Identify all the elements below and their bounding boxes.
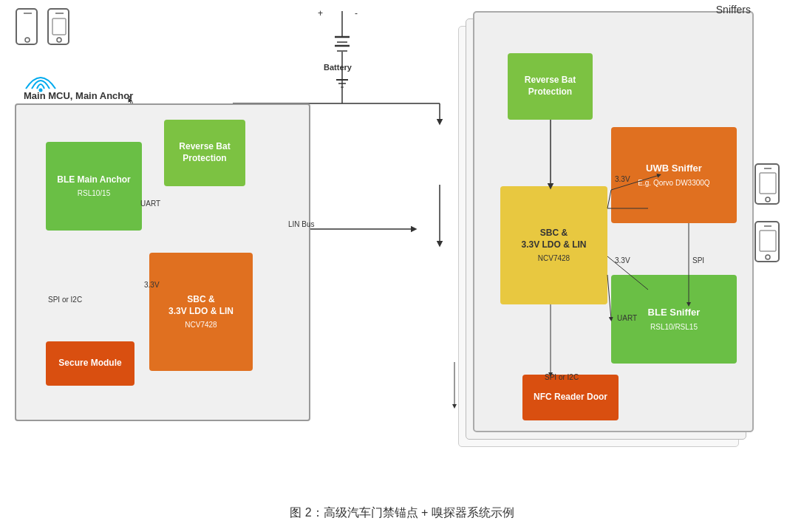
phone-left-group bbox=[15, 7, 72, 46]
svg-rect-39 bbox=[52, 18, 66, 35]
phone-right-1 bbox=[754, 163, 782, 205]
svg-text:+: + bbox=[318, 8, 323, 18]
v33-right-top: 3.3V bbox=[615, 175, 630, 183]
phone-icon-1 bbox=[15, 7, 41, 46]
uart-left-label: UART bbox=[140, 200, 160, 208]
svg-line-43 bbox=[611, 175, 659, 190]
sniffers-label: Sniffers bbox=[716, 4, 751, 16]
diagram-container: + - Battery bbox=[0, 0, 804, 502]
svg-line-31 bbox=[517, 310, 562, 325]
main-mcu-box: Main MCU, Main Anchor BLE Main Anchor RS… bbox=[15, 103, 310, 421]
diagram-caption: 图 2：高级汽车门禁锚点 + 嗅探器系统示例 bbox=[0, 502, 804, 524]
spi-i2c-left-label: SPI or I2C bbox=[48, 296, 82, 304]
nfc-reader-block: NFC Reader Door bbox=[522, 375, 619, 420]
sniffer-panel-back2 bbox=[458, 26, 739, 447]
svg-point-56 bbox=[766, 255, 770, 259]
phone-right-group bbox=[754, 163, 782, 263]
lin-bus-label: LIN Bus bbox=[288, 220, 315, 228]
main-mcu-label: Main MCU, Main Anchor bbox=[24, 90, 133, 101]
uart-right-label: UART bbox=[617, 314, 637, 322]
svg-line-49 bbox=[607, 256, 648, 290]
rev-bat-left-block: Reverse Bat Protection bbox=[164, 120, 245, 186]
svg-rect-33 bbox=[16, 9, 37, 44]
svg-line-42 bbox=[607, 190, 611, 208]
v33-right-mid: 3.3V bbox=[615, 256, 630, 265]
svg-marker-19 bbox=[432, 133, 447, 148]
svg-text:-: - bbox=[355, 8, 358, 18]
phone-icon-2 bbox=[47, 7, 72, 46]
phone-right-2 bbox=[754, 220, 782, 263]
svg-line-29 bbox=[517, 262, 562, 299]
sbc-left-block: SBC & 3.3V LDO & LIN NCV7428 bbox=[149, 253, 253, 371]
spi-right-label: SPI bbox=[692, 256, 704, 265]
svg-rect-53 bbox=[760, 173, 776, 194]
svg-point-58 bbox=[699, 229, 703, 233]
v33-left-label: 3.3V bbox=[144, 281, 160, 289]
sbc-right-block: SBC & 3.3V LDO & LIN NCV7428 bbox=[500, 186, 607, 304]
svg-point-52 bbox=[766, 197, 770, 202]
svg-point-35 bbox=[25, 38, 30, 42]
svg-point-38 bbox=[57, 38, 61, 42]
svg-line-44 bbox=[607, 275, 611, 319]
ble-main-anchor-block: BLE Main Anchor RSL10/15 bbox=[46, 142, 142, 231]
wifi-signal-right bbox=[678, 200, 723, 236]
spi-i2c-right-label: SPI or I2C bbox=[545, 373, 579, 381]
secure-module-block: Secure Module bbox=[46, 341, 134, 386]
rev-bat-right-block: Reverse Bat Protection bbox=[508, 53, 593, 120]
svg-rect-57 bbox=[760, 231, 776, 251]
svg-text:Battery: Battery bbox=[324, 63, 352, 72]
ble-sniffer-block: BLE Sniffer RSL10/RSL15 bbox=[611, 275, 737, 364]
